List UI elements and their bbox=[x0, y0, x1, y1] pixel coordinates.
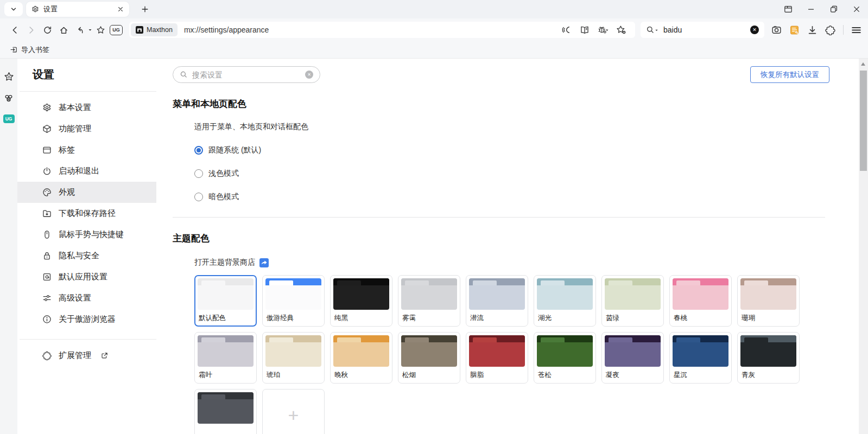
theme-card[interactable]: 春桃 bbox=[669, 275, 732, 327]
theme-thumb-tab bbox=[473, 337, 497, 342]
downloads-icon[interactable] bbox=[807, 25, 818, 35]
theme-card[interactable]: 雾霭 bbox=[398, 275, 460, 327]
refresh-button[interactable] bbox=[39, 22, 55, 38]
favorites-star-face-icon[interactable] bbox=[4, 72, 14, 82]
theme-card[interactable]: 松烟 bbox=[398, 332, 460, 384]
sidebar-item-sliders[interactable]: 高级设置 bbox=[17, 288, 156, 309]
scrollbar-up-arrow[interactable] bbox=[861, 62, 865, 66]
sidebar-item-extensions[interactable]: 扩展管理 bbox=[17, 340, 156, 371]
ug-extension-button[interactable]: UG bbox=[110, 25, 123, 35]
theme-card[interactable]: 潜流 bbox=[466, 275, 528, 327]
tab-close-icon[interactable] bbox=[117, 6, 124, 12]
minimize-button[interactable] bbox=[800, 0, 822, 18]
sidebar-item-label: 功能管理 bbox=[59, 124, 91, 134]
sidebar-item-info[interactable]: 关于傲游浏览器 bbox=[17, 309, 156, 330]
theme-card[interactable]: 默认配色 bbox=[194, 275, 257, 327]
settings-search-box[interactable]: ✕ bbox=[173, 66, 320, 83]
extensions-puzzle-icon[interactable] bbox=[825, 25, 835, 35]
theme-thumb-tab bbox=[405, 280, 429, 285]
theme-card[interactable]: 霜叶 bbox=[194, 332, 257, 384]
color-mode-option[interactable]: 浅色模式 bbox=[194, 169, 859, 178]
color-mode-option[interactable]: 跟随系统 (默认) bbox=[194, 145, 859, 155]
bookmarks-bar: 导入书签 bbox=[0, 41, 868, 59]
sidebar-item-mouse[interactable]: 鼠标手势与快捷键 bbox=[17, 224, 156, 245]
sidebar-item-gear[interactable]: 基本设置 bbox=[17, 97, 156, 118]
sidebar-item-lock[interactable]: 隐私与安全 bbox=[17, 245, 156, 266]
theme-card[interactable]: 凝夜 bbox=[601, 332, 664, 384]
theme-label: 晚秋 bbox=[333, 371, 389, 379]
theme-card[interactable]: 傲游经典 bbox=[262, 275, 325, 327]
site-name: Maxthon bbox=[147, 26, 173, 34]
screenshot-camera-icon[interactable] bbox=[771, 25, 782, 35]
color-mode-radio-group: 跟随系统 (默认)浅色模式暗色模式 bbox=[173, 145, 859, 202]
undo-button[interactable] bbox=[72, 22, 88, 38]
search-engine-icon[interactable] bbox=[646, 25, 655, 34]
theme-thumbnail bbox=[537, 278, 593, 310]
undo-dropdown-caret-icon[interactable] bbox=[88, 28, 92, 32]
theme-card[interactable]: 琥珀 bbox=[262, 332, 325, 384]
back-button[interactable] bbox=[7, 22, 23, 38]
theme-card[interactable]: 珊瑚 bbox=[737, 275, 800, 327]
color-mode-option[interactable]: 暗色模式 bbox=[194, 192, 859, 202]
home-button[interactable] bbox=[55, 22, 72, 38]
radio-unselected[interactable] bbox=[194, 169, 203, 178]
quick-search-box[interactable]: baidu ✕ bbox=[641, 22, 764, 38]
settings-search-clear-icon[interactable]: ✕ bbox=[305, 71, 313, 79]
sidebar-item-palette[interactable]: 外观 bbox=[17, 182, 156, 203]
new-tab-button[interactable] bbox=[137, 2, 153, 17]
ug-panel-label: UG bbox=[5, 116, 12, 122]
notes-icon[interactable] bbox=[789, 25, 800, 35]
import-bookmarks-button[interactable]: 导入书签 bbox=[7, 45, 53, 55]
workspace-layout-button[interactable] bbox=[777, 0, 800, 18]
theme-card[interactable]: 纯黑 bbox=[330, 275, 392, 327]
tab-list-button[interactable] bbox=[4, 2, 23, 16]
scrollbar-thumb[interactable] bbox=[860, 71, 867, 171]
adblock-bug-icon[interactable] bbox=[598, 25, 608, 35]
search-engine-caret-icon[interactable] bbox=[655, 28, 658, 32]
add-favorite-star-icon[interactable] bbox=[616, 25, 626, 35]
reset-defaults-button[interactable]: 恢复所有默认设置 bbox=[750, 66, 829, 83]
close-button[interactable] bbox=[845, 0, 868, 18]
theme-thumbnail bbox=[198, 335, 254, 367]
search-input[interactable]: baidu bbox=[663, 25, 750, 34]
sidebar-item-cube[interactable]: 功能管理 bbox=[17, 118, 156, 139]
theme-store-link[interactable]: 打开主题背景商店 bbox=[194, 258, 859, 267]
browser-tab-settings[interactable]: 设置 bbox=[26, 2, 129, 17]
theme-card[interactable]: 青灰 bbox=[737, 332, 800, 384]
theme-card[interactable]: 星沉 bbox=[669, 332, 732, 384]
theme-card[interactable]: 苍松 bbox=[534, 332, 596, 384]
theme-label: 松烟 bbox=[401, 371, 457, 379]
theme-section-title: 主题配色 bbox=[173, 232, 859, 245]
restore-button[interactable] bbox=[822, 0, 845, 18]
vertical-scrollbar[interactable] bbox=[859, 59, 868, 434]
settings-search-input[interactable] bbox=[192, 71, 301, 79]
theme-thumb-tab bbox=[269, 337, 293, 342]
site-chip[interactable]: Maxthon bbox=[131, 23, 178, 36]
palette-icon bbox=[42, 188, 52, 197]
search-clear-icon[interactable]: ✕ bbox=[750, 25, 759, 34]
sidebar-item-power[interactable]: 启动和退出 bbox=[17, 161, 156, 182]
main-menu-icon[interactable] bbox=[851, 25, 861, 35]
theme-card[interactable] bbox=[194, 389, 257, 434]
theme-card[interactable]: 茵绿 bbox=[601, 275, 664, 327]
forward-button[interactable] bbox=[23, 22, 39, 38]
reading-mode-icon[interactable] bbox=[580, 25, 590, 35]
ug-panel-badge[interactable]: UG bbox=[3, 114, 15, 123]
url-bar[interactable]: Maxthon mx://settings/appearance bbox=[129, 22, 635, 38]
bee-icon[interactable] bbox=[4, 93, 14, 103]
favorites-star-button[interactable] bbox=[92, 22, 109, 38]
theme-card[interactable]: 胭脂 bbox=[466, 332, 528, 384]
add-theme-card[interactable]: + bbox=[262, 389, 325, 434]
theme-card[interactable]: 晚秋 bbox=[330, 332, 392, 384]
theme-card[interactable]: 湖光 bbox=[534, 275, 596, 327]
radio-unselected[interactable] bbox=[194, 193, 203, 201]
undo-icon bbox=[75, 25, 85, 35]
sidebar-item-folder-download[interactable]: 下载和保存路径 bbox=[17, 203, 156, 224]
read-aloud-icon[interactable] bbox=[562, 25, 572, 35]
sidebar-item-app-window[interactable]: 默认应用设置 bbox=[17, 266, 156, 288]
theme-thumb-tab bbox=[201, 280, 225, 285]
radio-selected[interactable] bbox=[194, 146, 203, 155]
theme-thumbnail bbox=[740, 335, 796, 367]
url-text[interactable]: mx://settings/appearance bbox=[184, 25, 562, 34]
sidebar-item-tab[interactable]: 标签 bbox=[17, 139, 156, 161]
